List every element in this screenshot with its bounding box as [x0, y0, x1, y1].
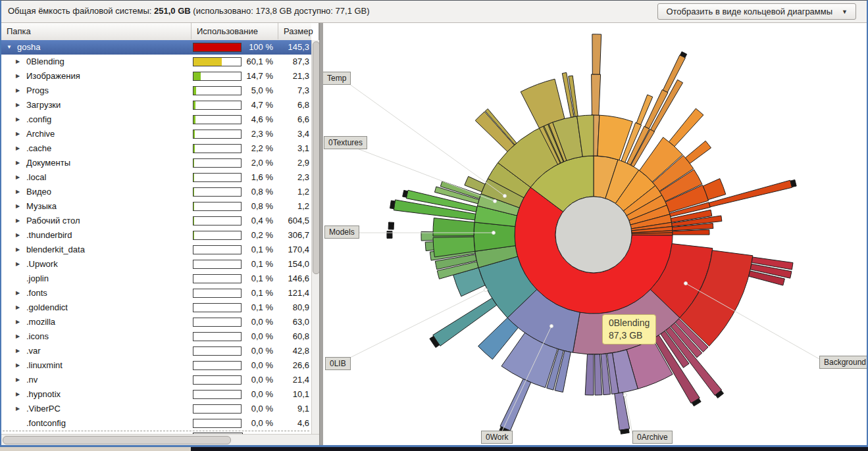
tree-row-Документы[interactable]: ▶Документы2,0 %2,9 [1, 156, 311, 170]
folder-name: Archive [26, 127, 55, 141]
tree-row-.local[interactable]: ▶.local1,6 %2,3 [1, 170, 311, 185]
root-folder-circle[interactable] [555, 197, 632, 273]
tree-row-.goldendict[interactable]: ▶.goldendict0,1 %80,9 [1, 300, 311, 315]
folder-size: 80,9 [274, 300, 309, 315]
horizontal-scrollbar-thumb[interactable] [3, 436, 231, 444]
ring-segment[interactable] [595, 354, 602, 395]
ring-label-0Work[interactable]: 0Work [481, 431, 513, 444]
ring-segment[interactable] [685, 141, 711, 163]
tree-row-.icons[interactable]: ▶.icons0,0 %60,8 [1, 329, 311, 344]
expander-closed-icon[interactable]: ▶ [16, 55, 20, 69]
expander-closed-icon[interactable]: ▶ [16, 199, 20, 214]
tree-row-0Blending[interactable]: ▶0Blending60,1 %87,3 [1, 55, 311, 69]
tree-row-.mozilla[interactable]: ▶.mozilla0,0 %63,0 [1, 315, 311, 329]
expander-closed-icon[interactable]: ▶ [16, 156, 20, 170]
ring-label-0LIB[interactable]: 0LIB [325, 357, 351, 370]
tree-row-.fonts[interactable]: ▶.fonts0,1 %121,4 [1, 286, 311, 300]
expander-open-icon[interactable]: ▼ [7, 40, 12, 55]
expander-closed-icon[interactable]: ▶ [16, 300, 20, 315]
folder-name: .cache [26, 141, 51, 156]
ring-segment[interactable] [669, 108, 703, 147]
tree-row-.linuxmint[interactable]: ▶.linuxmint0,0 %26,6 [1, 358, 311, 373]
tree-row-.config[interactable]: ▶.config4,6 %6,6 [1, 112, 311, 127]
folder-name: .thunderbird [26, 228, 72, 243]
chart-view-dropdown[interactable]: Отобразить в виде кольцевой диаграммы ▼ [657, 3, 856, 20]
tree-row-Музыка[interactable]: ▶Музыка0,8 %1,2 [1, 199, 311, 214]
folder-size: 42,8 [274, 344, 309, 358]
ring-segment[interactable] [585, 354, 594, 395]
expander-closed-icon[interactable]: ▶ [16, 329, 20, 344]
usage-percent: 5,0 % [235, 83, 273, 98]
ring-segment[interactable] [387, 231, 392, 239]
ring-label-Background[interactable]: Background [819, 356, 867, 369]
column-header-usage[interactable]: Использование [191, 23, 278, 39]
ring-segment[interactable] [592, 34, 601, 74]
tree-row-Загрузки[interactable]: ▶Загрузки4,7 %6,8 [1, 98, 311, 112]
expander-closed-icon[interactable]: ▶ [16, 257, 20, 272]
ring-segment[interactable] [592, 74, 601, 115]
folder-size: 145,3 [274, 40, 309, 55]
ring-segment[interactable] [621, 429, 630, 434]
column-header-folder[interactable]: Папка [1, 23, 191, 39]
folder-size: 21,3 [274, 69, 309, 83]
tree-row-.ViberPC[interactable]: ▶.ViberPC0,0 %9,1 [1, 402, 311, 416]
tree-row-.thunderbird[interactable]: ▶.thunderbird0,2 %306,7 [1, 228, 311, 243]
tree-row-.nv[interactable]: ▶.nv0,0 %21,4 [1, 373, 311, 387]
expander-closed-icon[interactable]: ▶ [16, 112, 20, 127]
tree-row-Archive[interactable]: ▶Archive2,3 %3,4 [1, 127, 311, 141]
tree-row-Progs[interactable]: ▶Progs5,0 %7,3 [1, 83, 311, 98]
ring-segment[interactable] [433, 218, 474, 237]
folder-name: .hypnotix [26, 387, 61, 402]
folder-name: .linuxmint [26, 358, 63, 373]
tree-horizontal-scrollbar[interactable] [1, 434, 319, 445]
expander-closed-icon[interactable]: ▶ [16, 228, 20, 243]
expander-closed-icon[interactable]: ▶ [16, 286, 20, 300]
expander-closed-icon[interactable]: ▶ [16, 315, 20, 329]
usage-bar-fill [193, 174, 194, 181]
folder-size: 21,4 [274, 373, 309, 387]
folder-size: 6,8 [274, 98, 309, 112]
ring-segment[interactable] [465, 176, 485, 192]
usage-percent: 0,1 % [235, 286, 273, 300]
column-header-size[interactable]: Размер [278, 23, 311, 39]
expander-closed-icon[interactable]: ▶ [16, 83, 20, 98]
tree-row-.joplin[interactable]: .joplin0,1 %146,6 [1, 272, 311, 286]
expander-closed-icon[interactable]: ▶ [16, 358, 20, 373]
expander-closed-icon[interactable]: ▶ [16, 214, 20, 228]
expander-closed-icon[interactable]: ▶ [16, 69, 20, 83]
tree-row-Видео[interactable]: ▶Видео0,8 %1,2 [1, 185, 311, 199]
tree-row-.Upwork[interactable]: ▶.Upwork0,1 %154,0 [1, 257, 311, 272]
usage-bar [193, 115, 242, 124]
label-anchor-dot [684, 282, 688, 285]
ring-label-0Textures[interactable]: 0Textures [324, 136, 367, 149]
tree-row-Изображения[interactable]: ▶Изображения14,7 %21,3 [1, 69, 311, 83]
tree-row-Рабочий стол[interactable]: ▶Рабочий стол0,4 %604,5 [1, 214, 311, 228]
expander-closed-icon[interactable]: ▶ [16, 185, 20, 199]
expander-closed-icon[interactable]: ▶ [16, 127, 20, 141]
ring-label-Temp[interactable]: Temp [323, 72, 351, 85]
tree-row-.fontconfig[interactable]: .fontconfig0,0 %4,6 [1, 416, 311, 431]
ring-segment[interactable] [500, 379, 531, 431]
chevron-down-icon: ▼ [842, 9, 848, 15]
expander-closed-icon[interactable]: ▶ [16, 141, 20, 156]
expander-closed-icon[interactable]: ▶ [16, 344, 20, 358]
tree-row-.var[interactable]: ▶.var0,0 %42,8 [1, 344, 311, 358]
expander-closed-icon[interactable]: ▶ [16, 387, 20, 402]
tree-row-.cache[interactable]: ▶.cache2,2 %3,1 [1, 141, 311, 156]
tree-row-.hypnotix[interactable]: ▶.hypnotix0,0 %10,1 [1, 387, 311, 402]
expander-closed-icon[interactable]: ▶ [16, 170, 20, 185]
expander-closed-icon[interactable]: ▶ [16, 373, 20, 387]
tree-row-gosha[interactable]: ▼gosha100 %145,3 [1, 40, 311, 55]
ring-segment[interactable] [615, 392, 630, 431]
expander-closed-icon[interactable]: ▶ [16, 98, 20, 112]
label-anchor-dot [494, 200, 497, 203]
expander-closed-icon[interactable]: ▶ [16, 402, 20, 416]
expander-closed-icon[interactable]: ▶ [16, 243, 20, 257]
ring-label-Models[interactable]: Models [324, 226, 359, 239]
label-anchor-dot [624, 394, 627, 397]
ring-segment[interactable] [390, 201, 396, 209]
tree-row-blenderkit_data[interactable]: ▶blenderkit_data0,1 %170,4 [1, 243, 311, 257]
ring-label-0Archive[interactable]: 0Archive [632, 431, 673, 444]
ring-segment[interactable] [388, 222, 394, 229]
folder-name: Progs [26, 83, 49, 98]
